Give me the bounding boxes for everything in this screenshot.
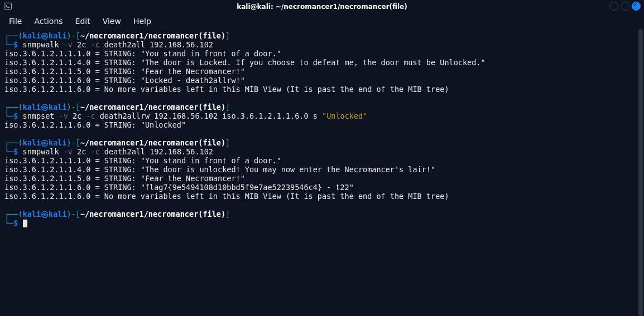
prompt-path: ~/necromancer1/necromancer(file) bbox=[80, 31, 225, 40]
blank-line bbox=[4, 201, 640, 210]
prompt-path: ~/necromancer1/necromancer(file) bbox=[80, 103, 225, 111]
prompt-user: kali bbox=[23, 138, 41, 147]
output-line: iso.3.6.1.2.1.1.5.0 = STRING: "Fear the … bbox=[4, 67, 640, 76]
prompt-user: kali bbox=[23, 210, 41, 218]
titlebar-icon-wrap bbox=[3, 2, 12, 11]
output-line: iso.3.6.1.2.1.1.6.0 = STRING: "flag7{9e5… bbox=[4, 183, 640, 192]
prompt-line-1: ┌──(kali㉿kali)-[~/necromancer1/necromanc… bbox=[4, 31, 640, 40]
prompt-user: kali bbox=[23, 103, 41, 111]
prompt-line-2: └─$ bbox=[4, 218, 640, 227]
output-line: iso.3.6.1.2.1.1.4.0 = STRING: "The door … bbox=[4, 58, 640, 67]
prompt-path: ~/necromancer1/necromancer(file) bbox=[80, 138, 225, 147]
prompt-host: kali bbox=[49, 210, 67, 218]
titlebar: kali@kali: ~/necromancer1/necromancer(fi… bbox=[0, 0, 644, 13]
blank-line bbox=[4, 94, 640, 103]
output-line: iso.3.6.1.2.1.1.6.0 = STRING: "Unlocked" bbox=[4, 120, 640, 129]
prompt-line-1: ┌──(kali㉿kali)-[~/necromancer1/necromanc… bbox=[4, 138, 640, 147]
prompt-host: kali bbox=[49, 103, 67, 111]
output-line: iso.3.6.1.2.1.1.6.0 = No more variables … bbox=[4, 192, 640, 201]
scrollbar-thumb[interactable] bbox=[638, 29, 643, 316]
close-button[interactable] bbox=[632, 2, 641, 11]
prompt-line-2: └─$ snmpwalk -v 2c -c death2all 192.168.… bbox=[4, 147, 640, 156]
svg-rect-0 bbox=[4, 3, 11, 9]
menu-view[interactable]: View bbox=[97, 14, 127, 28]
output-line: iso.3.6.1.2.1.1.6.0 = STRING: "Locked - … bbox=[4, 76, 640, 85]
prompt-line-1: ┌──(kali㉿kali)-[~/necromancer1/necromanc… bbox=[4, 210, 640, 218]
terminal-viewport[interactable]: ┌──(kali㉿kali)-[~/necromancer1/necromanc… bbox=[0, 29, 644, 316]
window-title: kali@kali: ~/necromancer1/necromancer(fi… bbox=[237, 3, 407, 11]
prompt-line-1: ┌──(kali㉿kali)-[~/necromancer1/necromanc… bbox=[4, 103, 640, 111]
prompt-line-2: └─$ snmpset -v 2c -c death2allrw 192.168… bbox=[4, 111, 640, 120]
output-line: iso.3.6.1.2.1.1.1.0 = STRING: "You stand… bbox=[4, 49, 640, 58]
prompt-host: kali bbox=[49, 31, 67, 40]
maximize-button[interactable] bbox=[621, 2, 629, 11]
cursor bbox=[23, 220, 27, 227]
prompt-user: kali bbox=[23, 31, 41, 40]
output-line: iso.3.6.1.2.1.1.6.0 = No more variables … bbox=[4, 85, 640, 94]
menu-edit[interactable]: Edit bbox=[70, 14, 96, 28]
output-line: iso.3.6.1.2.1.1.1.0 = STRING: "You stand… bbox=[4, 156, 640, 165]
menu-actions[interactable]: Actions bbox=[28, 14, 68, 28]
scrollbar[interactable] bbox=[637, 29, 644, 316]
blank-line bbox=[4, 129, 640, 138]
prompt-path: ~/necromancer1/necromancer(file) bbox=[80, 210, 225, 218]
window-controls bbox=[609, 2, 641, 11]
menu-help[interactable]: Help bbox=[128, 14, 157, 28]
menubar: File Actions Edit View Help bbox=[0, 13, 644, 29]
menu-file[interactable]: File bbox=[3, 14, 27, 28]
prompt-dollar: $ bbox=[13, 218, 18, 227]
minimize-button[interactable] bbox=[609, 2, 618, 11]
prompt-line-2: └─$ snmpwalk -v 2c -c death2all 192.168.… bbox=[4, 40, 640, 49]
output-line: iso.3.6.1.2.1.1.5.0 = STRING: "Fear the … bbox=[4, 174, 640, 183]
output-line: iso.3.6.1.2.1.1.4.0 = STRING: "The door … bbox=[4, 165, 640, 174]
prompt-host: kali bbox=[49, 138, 67, 147]
terminal-icon bbox=[3, 2, 12, 11]
